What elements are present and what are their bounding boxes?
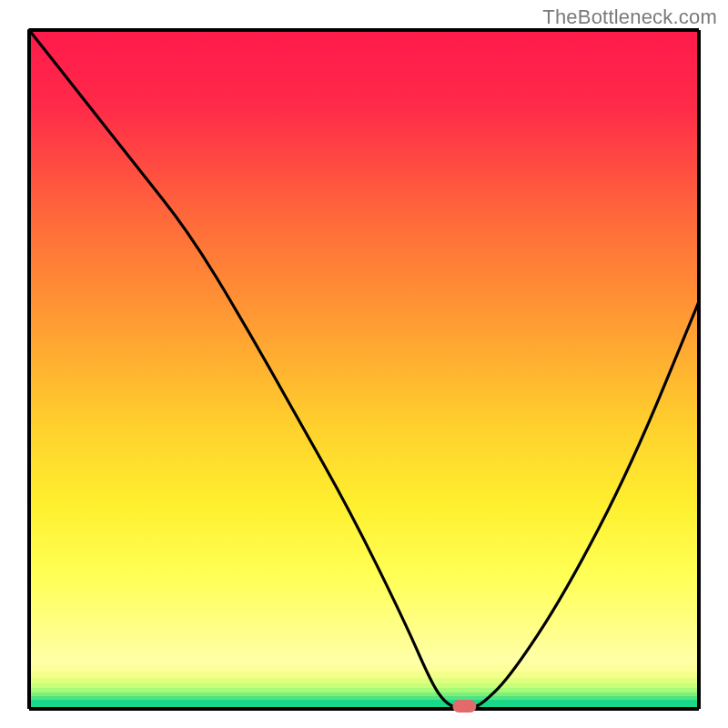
svg-rect-4 xyxy=(29,688,699,693)
svg-rect-1 xyxy=(29,672,699,678)
attribution-text: TheBottleneck.com xyxy=(542,5,717,29)
svg-rect-2 xyxy=(29,678,699,683)
bottleneck-chart xyxy=(0,0,728,728)
svg-rect-5 xyxy=(29,693,699,696)
bottom-bands xyxy=(29,664,699,709)
gradient-area xyxy=(29,30,699,664)
svg-rect-6 xyxy=(29,696,699,700)
svg-rect-0 xyxy=(29,664,699,672)
optimal-point-marker xyxy=(452,700,476,713)
svg-rect-3 xyxy=(29,683,699,688)
chart-container: TheBottleneck.com xyxy=(0,0,728,728)
